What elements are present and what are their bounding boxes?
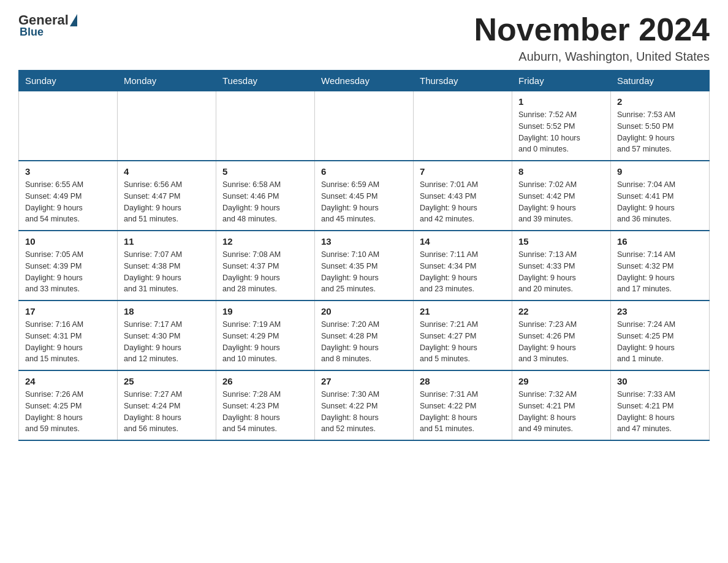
- logo-blue-text: Blue: [20, 26, 44, 39]
- day-info: Sunrise: 7:27 AMSunset: 4:24 PMDaylight:…: [124, 389, 210, 435]
- calendar-week-1: 1Sunrise: 7:52 AMSunset: 5:52 PMDaylight…: [19, 91, 710, 161]
- calendar-table: SundayMondayTuesdayWednesdayThursdayFrid…: [18, 70, 710, 441]
- calendar-cell: 3Sunrise: 6:55 AMSunset: 4:49 PMDaylight…: [19, 161, 118, 231]
- day-info: Sunrise: 7:31 AMSunset: 4:22 PMDaylight:…: [420, 389, 506, 435]
- day-number: 24: [25, 376, 111, 386]
- day-info: Sunrise: 7:17 AMSunset: 4:30 PMDaylight:…: [124, 319, 210, 365]
- day-info: Sunrise: 6:55 AMSunset: 4:49 PMDaylight:…: [25, 179, 111, 225]
- day-number: 16: [617, 236, 703, 247]
- day-info: Sunrise: 7:05 AMSunset: 4:39 PMDaylight:…: [25, 249, 111, 295]
- day-info: Sunrise: 7:19 AMSunset: 4:29 PMDaylight:…: [222, 319, 308, 365]
- day-number: 7: [420, 166, 506, 177]
- day-info: Sunrise: 7:23 AMSunset: 4:26 PMDaylight:…: [518, 319, 604, 365]
- calendar-cell: 10Sunrise: 7:05 AMSunset: 4:39 PMDayligh…: [19, 231, 118, 301]
- weekday-header-monday: Monday: [118, 71, 216, 91]
- day-number: 20: [321, 306, 407, 316]
- calendar-cell: 2Sunrise: 7:53 AMSunset: 5:50 PMDaylight…: [611, 91, 710, 161]
- calendar-week-3: 10Sunrise: 7:05 AMSunset: 4:39 PMDayligh…: [19, 231, 710, 301]
- location-text: Auburn, Washington, United States: [474, 50, 710, 64]
- day-info: Sunrise: 7:01 AMSunset: 4:43 PMDaylight:…: [420, 179, 506, 225]
- day-info: Sunrise: 7:08 AMSunset: 4:37 PMDaylight:…: [222, 249, 308, 295]
- calendar-cell: 23Sunrise: 7:24 AMSunset: 4:25 PMDayligh…: [611, 301, 710, 370]
- calendar-cell: 9Sunrise: 7:04 AMSunset: 4:41 PMDaylight…: [611, 161, 710, 231]
- day-info: Sunrise: 6:59 AMSunset: 4:45 PMDaylight:…: [321, 179, 407, 225]
- day-info: Sunrise: 7:32 AMSunset: 4:21 PMDaylight:…: [518, 389, 604, 435]
- calendar-cell: 28Sunrise: 7:31 AMSunset: 4:22 PMDayligh…: [414, 370, 512, 440]
- calendar-cell: 1Sunrise: 7:52 AMSunset: 5:52 PMDaylight…: [512, 91, 611, 161]
- day-number: 3: [25, 166, 111, 177]
- day-info: Sunrise: 7:26 AMSunset: 4:25 PMDaylight:…: [25, 389, 111, 435]
- calendar-cell: 15Sunrise: 7:13 AMSunset: 4:33 PMDayligh…: [512, 231, 611, 301]
- day-info: Sunrise: 7:28 AMSunset: 4:23 PMDaylight:…: [222, 389, 308, 435]
- day-number: 18: [124, 306, 210, 316]
- calendar-cell: 25Sunrise: 7:27 AMSunset: 4:24 PMDayligh…: [118, 370, 216, 440]
- weekday-header-friday: Friday: [512, 71, 611, 91]
- day-info: Sunrise: 7:16 AMSunset: 4:31 PMDaylight:…: [25, 319, 111, 365]
- calendar-cell: 14Sunrise: 7:11 AMSunset: 4:34 PMDayligh…: [414, 231, 512, 301]
- calendar-cell: 21Sunrise: 7:21 AMSunset: 4:27 PMDayligh…: [414, 301, 512, 370]
- day-number: 28: [420, 376, 506, 386]
- calendar-cell: 5Sunrise: 6:58 AMSunset: 4:46 PMDaylight…: [216, 161, 315, 231]
- calendar-cell: 29Sunrise: 7:32 AMSunset: 4:21 PMDayligh…: [512, 370, 611, 440]
- calendar-cell: 7Sunrise: 7:01 AMSunset: 4:43 PMDaylight…: [414, 161, 512, 231]
- day-number: 1: [518, 96, 604, 107]
- page-header: General Blue November 2024 Auburn, Washi…: [18, 12, 710, 64]
- day-info: Sunrise: 7:07 AMSunset: 4:38 PMDaylight:…: [124, 249, 210, 295]
- day-number: 14: [420, 236, 506, 247]
- calendar-week-4: 17Sunrise: 7:16 AMSunset: 4:31 PMDayligh…: [19, 301, 710, 370]
- day-number: 27: [321, 376, 407, 386]
- calendar-cell: [118, 91, 216, 161]
- day-number: 13: [321, 236, 407, 247]
- calendar-cell: 20Sunrise: 7:20 AMSunset: 4:28 PMDayligh…: [315, 301, 414, 370]
- calendar-cell: 4Sunrise: 6:56 AMSunset: 4:47 PMDaylight…: [118, 161, 216, 231]
- day-number: 29: [518, 376, 604, 386]
- weekday-header-tuesday: Tuesday: [216, 71, 315, 91]
- day-info: Sunrise: 6:56 AMSunset: 4:47 PMDaylight:…: [124, 179, 210, 225]
- calendar-week-5: 24Sunrise: 7:26 AMSunset: 4:25 PMDayligh…: [19, 370, 710, 440]
- day-number: 9: [617, 166, 703, 177]
- calendar-cell: [315, 91, 414, 161]
- day-info: Sunrise: 7:13 AMSunset: 4:33 PMDaylight:…: [518, 249, 604, 295]
- day-info: Sunrise: 7:04 AMSunset: 4:41 PMDaylight:…: [617, 179, 703, 225]
- day-info: Sunrise: 7:10 AMSunset: 4:35 PMDaylight:…: [321, 249, 407, 295]
- day-info: Sunrise: 7:33 AMSunset: 4:21 PMDaylight:…: [617, 389, 703, 435]
- weekday-header-saturday: Saturday: [611, 71, 710, 91]
- day-number: 23: [617, 306, 703, 316]
- day-info: Sunrise: 7:30 AMSunset: 4:22 PMDaylight:…: [321, 389, 407, 435]
- day-info: Sunrise: 7:24 AMSunset: 4:25 PMDaylight:…: [617, 319, 703, 365]
- calendar-cell: 18Sunrise: 7:17 AMSunset: 4:30 PMDayligh…: [118, 301, 216, 370]
- calendar-cell: [216, 91, 315, 161]
- weekday-header-row: SundayMondayTuesdayWednesdayThursdayFrid…: [19, 71, 710, 91]
- weekday-header-wednesday: Wednesday: [315, 71, 414, 91]
- day-number: 17: [25, 306, 111, 316]
- day-info: Sunrise: 7:02 AMSunset: 4:42 PMDaylight:…: [518, 179, 604, 225]
- day-number: 6: [321, 166, 407, 177]
- day-number: 26: [222, 376, 308, 386]
- day-number: 11: [124, 236, 210, 247]
- calendar-cell: 22Sunrise: 7:23 AMSunset: 4:26 PMDayligh…: [512, 301, 611, 370]
- calendar-cell: 24Sunrise: 7:26 AMSunset: 4:25 PMDayligh…: [19, 370, 118, 440]
- calendar-cell: 8Sunrise: 7:02 AMSunset: 4:42 PMDaylight…: [512, 161, 611, 231]
- day-info: Sunrise: 7:52 AMSunset: 5:52 PMDaylight:…: [518, 109, 604, 155]
- weekday-header-thursday: Thursday: [414, 71, 512, 91]
- day-number: 8: [518, 166, 604, 177]
- logo-triangle-icon: [70, 14, 77, 26]
- day-number: 25: [124, 376, 210, 386]
- calendar-cell: [414, 91, 512, 161]
- day-number: 30: [617, 376, 703, 386]
- day-number: 15: [518, 236, 604, 247]
- calendar-cell: 27Sunrise: 7:30 AMSunset: 4:22 PMDayligh…: [315, 370, 414, 440]
- calendar-cell: 26Sunrise: 7:28 AMSunset: 4:23 PMDayligh…: [216, 370, 315, 440]
- day-number: 21: [420, 306, 506, 316]
- day-number: 5: [222, 166, 308, 177]
- day-info: Sunrise: 7:20 AMSunset: 4:28 PMDaylight:…: [321, 319, 407, 365]
- logo: General Blue: [18, 12, 78, 39]
- calendar-week-2: 3Sunrise: 6:55 AMSunset: 4:49 PMDaylight…: [19, 161, 710, 231]
- day-info: Sunrise: 7:11 AMSunset: 4:34 PMDaylight:…: [420, 249, 506, 295]
- title-area: November 2024 Auburn, Washington, United…: [474, 12, 710, 64]
- day-info: Sunrise: 7:53 AMSunset: 5:50 PMDaylight:…: [617, 109, 703, 155]
- day-number: 10: [25, 236, 111, 247]
- calendar-cell: 17Sunrise: 7:16 AMSunset: 4:31 PMDayligh…: [19, 301, 118, 370]
- day-number: 19: [222, 306, 308, 316]
- calendar-cell: 11Sunrise: 7:07 AMSunset: 4:38 PMDayligh…: [118, 231, 216, 301]
